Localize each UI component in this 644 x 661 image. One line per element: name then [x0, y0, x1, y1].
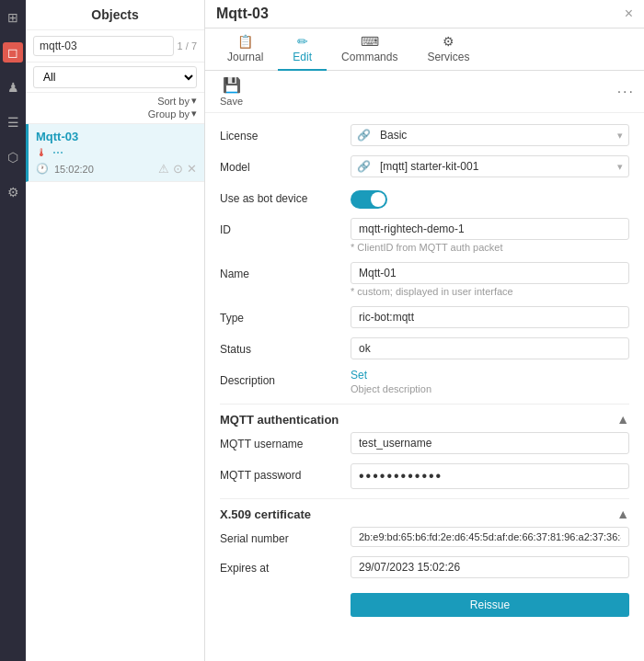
close-button[interactable]: ×	[625, 6, 633, 22]
name-label: Name	[220, 262, 339, 280]
model-row: Model 🔗 [mqtt] starter-kit-001 ▾	[220, 155, 629, 177]
type-input[interactable]	[351, 306, 629, 328]
mqtt-username-control	[351, 432, 629, 454]
status-input[interactable]	[351, 337, 629, 359]
license-label: License	[220, 124, 339, 142]
main-panel: Mqtt-03 × 📋 Journal ✏ Edit ⌨ Commands ⚙ …	[205, 0, 644, 661]
sidebar-header: Objects	[26, 0, 204, 30]
list-item-icons: 🌡 ⋯	[36, 146, 197, 159]
nav-settings-icon[interactable]: ⚙	[3, 182, 23, 202]
mqtt-password-label: MQTT password	[220, 463, 339, 482]
id-control: * ClientID from MQTT auth packet	[351, 218, 629, 253]
group-by-label: Group by	[148, 108, 190, 120]
name-hint: * custom; displayed in user interface	[351, 286, 629, 297]
type-label: Type	[220, 306, 339, 325]
nav-bar: ⊞ ◻ ♟ ☰ ⬡ ⚙	[0, 0, 26, 661]
mqtt-username-row: MQTT username	[220, 432, 629, 454]
mqtt-auth-section-header: MQTT authentication ▲	[220, 404, 629, 432]
search-input[interactable]	[33, 36, 174, 56]
sidebar-filter: All Active Inactive	[26, 63, 204, 93]
mqtt-password-input[interactable]	[351, 463, 629, 489]
model-label: Model	[220, 155, 339, 174]
x509-section-header: X.509 certificate ▲	[220, 498, 629, 527]
status-label: Status	[220, 337, 339, 356]
commands-icon: ⌨	[361, 34, 379, 49]
type-row: Type	[220, 306, 629, 328]
description-control: Set Object description	[351, 369, 629, 394]
main-header: Mqtt-03 ×	[205, 0, 644, 28]
bot-device-control	[351, 187, 629, 209]
serial-number-label: Serial number	[220, 527, 339, 545]
close-item-icon[interactable]: ✕	[187, 162, 197, 176]
more-options-button[interactable]: ···	[617, 84, 635, 100]
serial-number-row: Serial number	[220, 527, 629, 547]
model-select[interactable]: [mqtt] starter-kit-001	[376, 156, 612, 177]
sidebar-sort-group: Sort by ▾ Group by ▾	[26, 93, 204, 124]
edit-icon: ✏	[297, 34, 308, 49]
bot-device-toggle[interactable]	[351, 190, 387, 209]
x509-title: X.509 certificate	[220, 507, 311, 521]
expires-at-input[interactable]	[351, 556, 629, 578]
license-link-icon: 🔗	[351, 129, 376, 142]
reissue-button[interactable]: Reissue	[351, 593, 629, 617]
list-item[interactable]: Mqtt-03 🌡 ⋯ 🕐 15:02:20 ⚠ ⊙ ✕	[26, 124, 204, 182]
description-row: Description Set Object description	[220, 369, 629, 394]
save-button[interactable]: 💾 Save	[214, 74, 248, 108]
nav-tag-icon[interactable]: ⬡	[3, 147, 23, 167]
model-chevron-icon: ▾	[612, 161, 628, 173]
reissue-row: Reissue	[220, 587, 629, 617]
id-hint: * ClientID from MQTT auth packet	[351, 242, 629, 253]
tab-journal[interactable]: 📋 Journal	[213, 28, 278, 71]
model-control: 🔗 [mqtt] starter-kit-001 ▾	[351, 155, 629, 177]
nav-users-icon[interactable]: ♟	[3, 77, 23, 97]
mqtt-password-control	[351, 463, 629, 489]
mqtt-auth-collapse-icon[interactable]: ▲	[616, 412, 629, 427]
name-input[interactable]	[351, 262, 629, 284]
tab-journal-label: Journal	[227, 51, 263, 63]
bot-device-label: Use as bot device	[220, 187, 339, 205]
nav-grid-icon[interactable]: ⊞	[3, 7, 23, 28]
serial-number-input[interactable]	[351, 527, 629, 547]
tab-edit[interactable]: ✏ Edit	[278, 28, 327, 71]
type-control	[351, 306, 629, 328]
name-control: * custom; displayed in user interface	[351, 262, 629, 297]
group-by-row[interactable]: Group by ▾	[148, 108, 197, 120]
tab-commands[interactable]: ⌨ Commands	[327, 28, 412, 71]
clock-icon: 🕐	[36, 163, 49, 175]
tab-edit-label: Edit	[293, 51, 312, 63]
expires-at-label: Expires at	[220, 556, 339, 575]
x509-collapse-icon[interactable]: ▲	[616, 507, 629, 521]
list-item-actions: ⚠ ⊙ ✕	[158, 162, 197, 176]
nav-list-icon[interactable]: ☰	[3, 112, 23, 132]
description-label: Description	[220, 369, 339, 387]
mqtt-username-input[interactable]	[351, 432, 629, 454]
save-label: Save	[220, 96, 243, 107]
mqtt-username-label: MQTT username	[220, 432, 339, 450]
model-select-wrap: 🔗 [mqtt] starter-kit-001 ▾	[351, 155, 629, 177]
license-select[interactable]: Basic Standard Enterprise	[376, 125, 612, 145]
search-count: 1 / 7	[178, 40, 197, 51]
sort-chevron-icon: ▾	[191, 95, 197, 107]
services-icon: ⚙	[443, 34, 454, 49]
license-control: 🔗 Basic Standard Enterprise ▾	[351, 124, 629, 146]
id-input[interactable]	[351, 218, 629, 240]
filter-select[interactable]: All Active Inactive	[33, 66, 197, 88]
list-item-title: Mqtt-03	[36, 130, 197, 143]
nav-object-icon[interactable]: ◻	[3, 42, 23, 63]
warning-icon[interactable]: ⚠	[158, 162, 169, 176]
nodes-icon: ⋯	[52, 146, 63, 159]
group-chevron-icon: ▾	[191, 108, 197, 120]
description-set-link[interactable]: Set	[351, 369, 629, 382]
mqtt-auth-title: MQTT authentication	[220, 413, 339, 427]
stop-icon[interactable]: ⊙	[173, 162, 183, 176]
tab-services[interactable]: ⚙ Services	[412, 28, 484, 71]
sidebar-list: Mqtt-03 🌡 ⋯ 🕐 15:02:20 ⚠ ⊙ ✕	[26, 124, 204, 661]
reissue-control: Reissue	[351, 587, 629, 617]
license-chevron-icon: ▾	[612, 130, 628, 142]
sort-by-row[interactable]: Sort by ▾	[157, 95, 197, 107]
sidebar: Objects 1 / 7 All Active Inactive Sort b…	[26, 0, 205, 661]
id-label: ID	[220, 218, 339, 236]
tabs: 📋 Journal ✏ Edit ⌨ Commands ⚙ Services	[205, 28, 644, 71]
expires-at-row: Expires at	[220, 556, 629, 578]
mqtt-password-row: MQTT password	[220, 463, 629, 489]
